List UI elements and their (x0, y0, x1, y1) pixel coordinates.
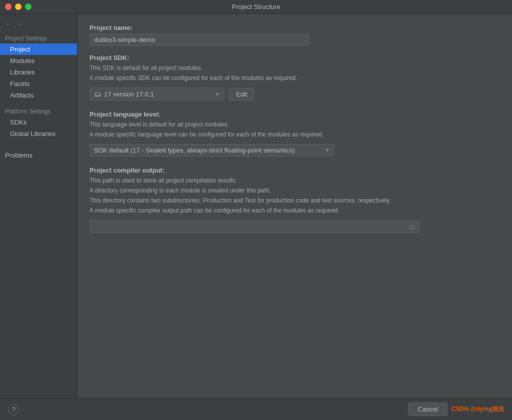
bottom-bar: ? Cancel CSDN @dying推浅 (0, 398, 512, 420)
maximize-button[interactable] (25, 4, 32, 10)
bottom-right: Cancel CSDN @dying推浅 (408, 402, 504, 416)
sdk-select-inner: 🗂 17 version 17.0.1 (94, 90, 215, 98)
sidebar-item-project[interactable]: Project (0, 44, 77, 55)
project-sdk-desc2: A module specific SDK can be configured … (90, 74, 500, 82)
sidebar-item-problems[interactable]: Problems (0, 150, 77, 161)
watermark: CSDN @dying推浅 (452, 405, 504, 414)
main-layout: ← → Project Settings Project Modules Lib… (0, 14, 512, 398)
language-dropdown-arrow: ▼ (325, 148, 330, 153)
platform-settings-header: Platform Settings (0, 105, 77, 116)
compiler-output-desc1: This path is used to store all project c… (90, 176, 500, 185)
close-button[interactable] (5, 4, 12, 10)
window-controls (5, 4, 32, 10)
project-sdk-label: Project SDK: (90, 54, 500, 62)
compiler-output-label: Project compiler output: (90, 166, 500, 174)
project-sdk-desc1: This SDK is default for all project modu… (90, 64, 500, 72)
back-arrow[interactable]: ← (4, 20, 13, 28)
language-level-dropdown[interactable]: SDK default (17 - Sealed types, always-s… (90, 144, 334, 156)
minimize-button[interactable] (15, 4, 22, 10)
sdk-value: 17 version 17.0.1 (104, 90, 154, 98)
content-area: Project name: Project SDK: This SDK is d… (78, 14, 512, 398)
language-level-desc2: A module specific language level can be … (90, 130, 500, 139)
forward-arrow[interactable]: → (15, 20, 24, 28)
nav-arrows: ← → (0, 18, 77, 32)
sdk-icon: 🗂 (94, 90, 101, 98)
title-bar: Project Structure (0, 0, 512, 14)
sidebar-item-facets[interactable]: Facets (0, 78, 77, 90)
sdk-dropdown[interactable]: 🗂 17 version 17.0.1 ▼ (90, 88, 224, 100)
sdk-dropdown-arrow: ▼ (215, 92, 220, 97)
window-title: Project Structure (232, 3, 280, 10)
language-level-value: SDK default (17 - Sealed types, always-s… (94, 146, 295, 154)
project-name-input[interactable] (90, 34, 310, 46)
sidebar-item-modules[interactable]: Modules (0, 55, 77, 66)
sidebar-item-global-libraries[interactable]: Global Libraries (0, 128, 77, 140)
sdk-row: 🗂 17 version 17.0.1 ▼ Edit (90, 88, 500, 100)
cancel-button[interactable]: Cancel (408, 402, 447, 416)
compiler-output-desc2: A directory corresponding to each module… (90, 186, 500, 195)
language-level-label: Project language level: (90, 110, 500, 118)
folder-icon: 🗂 (408, 222, 415, 230)
help-button[interactable]: ? (8, 404, 19, 415)
sdk-edit-button[interactable]: Edit (228, 88, 254, 100)
language-level-desc1: This language level is default for all p… (90, 120, 500, 129)
compiler-output-desc3: This directory contains two subdirectori… (90, 196, 500, 205)
compiler-output-desc4: A module specific compiler output path c… (90, 206, 500, 215)
project-name-label: Project name: (90, 24, 500, 32)
sidebar-item-sdks[interactable]: SDKs (0, 116, 77, 128)
compiler-output-input[interactable]: 🗂 (90, 220, 420, 233)
sidebar-item-artifacts[interactable]: Artifacts (0, 90, 77, 101)
sidebar: ← → Project Settings Project Modules Lib… (0, 14, 78, 398)
sidebar-item-libraries[interactable]: Libraries (0, 66, 77, 78)
project-settings-header: Project Settings (0, 32, 77, 44)
